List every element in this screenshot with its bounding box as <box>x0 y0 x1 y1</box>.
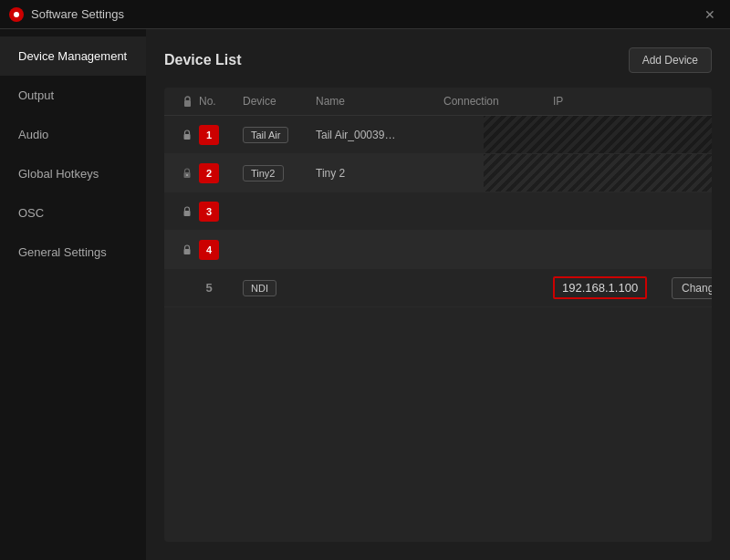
table-header: No. Device Name Connection IP More <box>164 88 712 116</box>
svg-point-4 <box>186 174 188 176</box>
row-number-2: 2 <box>199 163 243 183</box>
change-button[interactable]: Change <box>672 277 712 299</box>
sidebar: Device Management Output Audio Global Ho… <box>0 29 146 560</box>
header-ip: IP <box>553 95 672 108</box>
sidebar-item-audio[interactable]: Audio <box>0 115 146 154</box>
lock-icon-3 <box>175 206 199 217</box>
table-row: 3 ❱ <box>164 192 712 231</box>
lock-icon-4 <box>175 244 199 255</box>
row-name-1: Tail Air_00039… <box>316 129 443 141</box>
row-number-5: 5 <box>199 278 243 298</box>
row-name-2: Tiny 2 <box>316 167 443 180</box>
app-icon <box>9 7 24 22</box>
title-bar: Software Settings ✕ <box>0 0 730 29</box>
header-name: Name <box>316 95 443 108</box>
table-row-5: 5 NDI 192.168.1.100 Change ··· <box>164 269 712 307</box>
svg-rect-1 <box>184 100 191 107</box>
header-no: No. <box>199 95 243 108</box>
sidebar-item-osc[interactable]: OSC <box>0 193 146 233</box>
svg-rect-6 <box>184 249 191 254</box>
header-lock <box>175 96 199 108</box>
row-change-5[interactable]: Change <box>672 277 712 299</box>
table-row: 1 Tail Air Tail Air_00039… <box>164 116 712 154</box>
sidebar-item-global-hotkeys[interactable]: Global Hotkeys <box>0 154 146 193</box>
svg-rect-5 <box>184 211 191 216</box>
content-header: Device List Add Device <box>164 47 712 73</box>
sidebar-item-device-management[interactable]: Device Management <box>0 36 146 76</box>
table-row: 2 Tiny2 Tiny 2 <box>164 154 712 192</box>
content-area: Device List Add Device No. Device Name C… <box>146 29 730 560</box>
svg-point-0 <box>14 12 19 17</box>
table-row: 4 ❱ <box>164 231 712 269</box>
lock-icon-2 <box>175 168 199 179</box>
header-device: Device <box>243 95 316 108</box>
sidebar-item-output[interactable]: Output <box>0 76 146 115</box>
row-device-2: Tiny2 <box>243 164 316 181</box>
row-device-5: NDI <box>243 279 316 296</box>
row-number-1: 1 <box>199 125 243 145</box>
row-device-1: Tail Air <box>243 126 316 143</box>
lock-icon-1 <box>175 130 199 140</box>
device-table: No. Device Name Connection IP More 1 <box>164 88 712 542</box>
main-layout: Device Management Output Audio Global Ho… <box>0 29 730 560</box>
row-number-4: 4 <box>199 240 243 260</box>
row-number-3: 3 <box>199 202 243 222</box>
svg-rect-2 <box>184 134 191 140</box>
sidebar-item-general-settings[interactable]: General Settings <box>0 233 146 272</box>
window-title: Software Settings <box>31 7 699 21</box>
header-connection: Connection <box>443 95 553 108</box>
add-device-button[interactable]: Add Device <box>629 47 712 73</box>
row-ip-5: 192.168.1.100 <box>553 276 672 299</box>
content-title: Device List <box>164 52 241 68</box>
close-button[interactable]: ✕ <box>699 5 721 24</box>
